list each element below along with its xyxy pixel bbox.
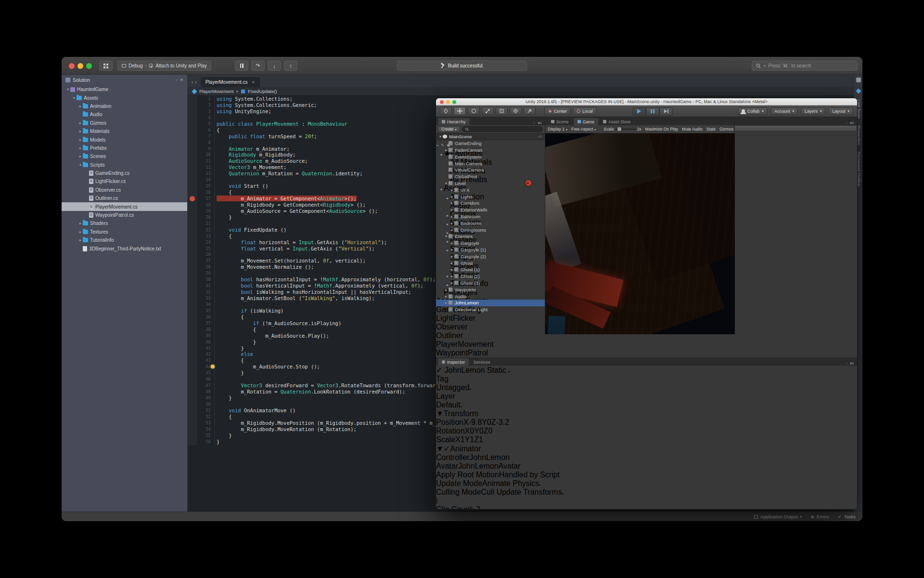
breakpoint-margin[interactable] <box>188 221 197 227</box>
lock-icon[interactable]: ▫ <box>533 121 535 125</box>
gameobject-name[interactable]: JohnLemon <box>445 366 485 374</box>
tasks-button[interactable]: ✓ Tasks <box>838 514 856 519</box>
pause-button[interactable] <box>646 107 659 116</box>
application-output-button[interactable]: Application Output ▾ <box>754 514 802 519</box>
breakpoint-margin[interactable] <box>188 320 197 327</box>
solution-tree-item[interactable]: PlayerMovement.cs <box>62 202 187 210</box>
breakpoint-margin[interactable] <box>188 171 197 177</box>
hierarchy-item[interactable]: ▸Gargoyle (2) <box>436 253 545 260</box>
close-pad-icon[interactable]: ✕ <box>180 78 183 82</box>
hierarchy-item[interactable]: ▸ExteriorWalls <box>436 207 545 213</box>
breakpoint-margin[interactable] <box>188 376 197 382</box>
tab-asset-store[interactable]: Asset Store <box>599 118 635 125</box>
breakpoint-margin[interactable] <box>188 108 197 115</box>
mute-audio-toggle[interactable]: Mute Audio <box>682 127 703 131</box>
close-window-button[interactable] <box>69 63 75 69</box>
unit-tests-icon[interactable] <box>856 88 861 93</box>
disclosure-closed-icon[interactable]: ▸ <box>78 238 83 242</box>
vector-field-y[interactable]: 0 <box>479 427 484 435</box>
breakpoint-margin[interactable] <box>188 339 197 345</box>
breakpoint-margin[interactable] <box>188 345 197 352</box>
aspect-dropdown[interactable]: Free Aspect▾ <box>571 127 596 131</box>
disclosure-closed-icon[interactable]: ▸ <box>449 188 454 192</box>
solution-tree-item[interactable]: WaypointPatrol.cs <box>62 211 187 219</box>
disclosure-closed-icon[interactable]: ▸ <box>78 138 83 142</box>
property-dropdown[interactable]: Cull Update Transforms▾ <box>481 488 563 496</box>
hierarchy-item[interactable]: VirtualCamera <box>436 167 545 173</box>
component-header[interactable]: ▼✓Animator <box>436 444 857 453</box>
breakpoint-margin[interactable] <box>188 183 197 189</box>
display-dropdown[interactable]: Display 1▾ <box>548 127 567 131</box>
hierarchy-item[interactable]: ▸Bathroom <box>436 213 545 220</box>
disclosure-closed-icon[interactable]: ▸ <box>449 254 454 259</box>
disclosure-closed-icon[interactable]: ▸ <box>449 214 454 219</box>
dock-pad-icon[interactable]: ▫ <box>176 78 177 82</box>
hierarchy-item[interactable]: ▸Ghost <box>436 260 545 266</box>
breakpoint-margin[interactable] <box>188 283 197 289</box>
nav-back-button[interactable]: ‹ <box>192 79 193 85</box>
tab-playermovement[interactable]: PlayerMovement.cs ✕ <box>201 77 260 87</box>
step-button[interactable] <box>659 107 673 116</box>
breakpoint-icon[interactable] <box>190 196 195 201</box>
panel-menu-icon[interactable]: ▾≡ <box>538 121 542 125</box>
breakpoint-margin[interactable] <box>188 189 197 196</box>
gizmos-dropdown[interactable]: Gizmos▾ <box>719 127 734 131</box>
breakpoint-margin[interactable] <box>188 439 197 445</box>
rotate-tool-button[interactable] <box>468 107 480 115</box>
quickfix-bulb-icon[interactable] <box>211 365 215 368</box>
breakpoint-margin[interactable] <box>188 327 197 333</box>
breakpoint-margin[interactable] <box>188 308 197 314</box>
breakpoint-margin[interactable] <box>188 146 197 152</box>
step-over-button[interactable]: ↷ <box>251 61 265 71</box>
hierarchy-item[interactable]: Directional Light <box>436 306 545 313</box>
panel-menu-icon[interactable]: ▾≡ <box>850 121 854 125</box>
vector-field-x[interactable]: 0 <box>470 427 474 435</box>
solution-tree-item[interactable]: ▸Scenes <box>62 152 187 160</box>
step-out-button[interactable]: ↑ <box>284 61 297 71</box>
breakpoint-margin[interactable] <box>188 133 197 140</box>
disclosure-closed-icon[interactable]: ▸ <box>449 201 454 205</box>
hierarchy-item[interactable]: ▸Audio <box>436 293 545 300</box>
vector-field-y[interactable]: 0 <box>487 418 491 426</box>
component-enabled-checkbox[interactable]: ✓ <box>444 445 450 453</box>
object-field[interactable]: JohnLemon <box>469 453 510 461</box>
scale-slider[interactable] <box>616 129 636 130</box>
debug-config-label[interactable]: Debug <box>128 63 142 68</box>
active-checkbox[interactable]: ✓ <box>436 366 442 374</box>
breakpoint-margin[interactable] <box>188 264 197 270</box>
hierarchy-item[interactable]: ▸Bedrooms <box>436 220 545 226</box>
hierarchy-item[interactable]: ▸Diningrooms <box>436 226 545 233</box>
maximize-on-play-toggle[interactable]: Maximize On Play <box>645 127 679 131</box>
breakpoint-margin[interactable] <box>188 246 197 252</box>
disclosure-closed-icon[interactable]: ▸ <box>78 230 83 234</box>
disclosure-closed-icon[interactable]: ▸ <box>449 248 454 252</box>
disclosure-closed-icon[interactable]: ▸ <box>449 208 454 212</box>
disclosure-open-icon[interactable]: ▼ <box>436 409 444 418</box>
solution-tree-item[interactable]: Outliner.cs <box>62 194 187 202</box>
breakpoint-margin[interactable] <box>188 426 197 433</box>
disclosure-closed-icon[interactable]: ▸ <box>444 294 449 299</box>
breakpoint-margin[interactable] <box>188 295 197 302</box>
breakpoint-margin[interactable] <box>188 333 197 339</box>
breakpoint-margin[interactable] <box>188 351 197 357</box>
disclosure-open-icon[interactable]: ▼ <box>436 445 444 453</box>
hierarchy-create-button[interactable]: Create▾ <box>438 126 460 132</box>
property-dropdown[interactable]: Animate Physics▾ <box>482 479 540 487</box>
disclosure-open-icon[interactable]: ▾ <box>78 163 83 167</box>
asset-file-item[interactable]: WaypointPatrol <box>436 349 857 357</box>
scale-tool-button[interactable] <box>482 107 494 115</box>
lock-icon[interactable]: ▫ <box>846 121 847 125</box>
disclosure-open-icon[interactable]: ▾ <box>444 181 449 185</box>
hierarchy-item[interactable]: ▸Corridors <box>436 200 545 207</box>
hierarchy-item[interactable]: ▸Lights <box>436 193 545 200</box>
solution-tree-item[interactable]: ▸Textures <box>62 228 187 236</box>
breakpoint-margin[interactable] <box>188 258 197 264</box>
minimize-window-button[interactable] <box>77 63 83 69</box>
component-header[interactable]: ▼Transform <box>436 409 857 418</box>
attach-to-unity-label[interactable]: Attach to Unity and Play <box>155 63 207 68</box>
disclosure-closed-icon[interactable]: ▸ <box>449 267 454 272</box>
nav-forward-button[interactable]: › <box>195 79 196 85</box>
rect-tool-button[interactable] <box>496 107 508 115</box>
hierarchy-item[interactable]: ▾MainScene‒≡ <box>436 133 545 140</box>
breakpoint-margin[interactable] <box>188 433 197 439</box>
